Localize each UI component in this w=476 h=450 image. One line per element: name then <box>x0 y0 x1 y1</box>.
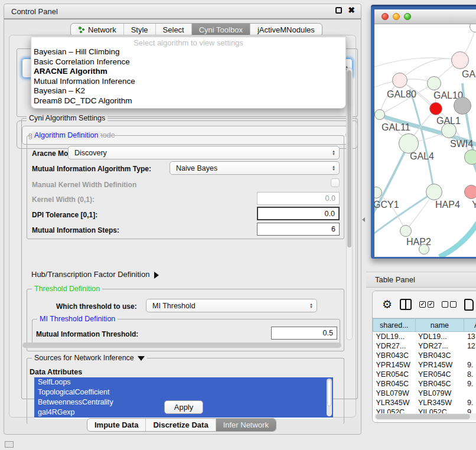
network-node-swi4[interactable] <box>464 149 476 165</box>
panel-divider-arrow[interactable] <box>362 217 365 222</box>
network-view-window: GALGAL80GAL10GAL1GAL11GAL4SWI4GCY1HAP4YH… <box>371 5 476 259</box>
float-icon[interactable] <box>335 7 342 14</box>
mi-steps-label: Mutual Information Steps: <box>32 226 119 234</box>
network-node-gal10[interactable] <box>427 76 441 90</box>
data-attribute-item[interactable]: TopologicalCoefficient <box>34 387 333 397</box>
table-row[interactable]: YER054CYER054C8. <box>373 370 476 379</box>
network-node-gal[interactable] <box>451 51 469 69</box>
network-node-label: SWI4 <box>450 139 473 149</box>
tab-cyni-toolbox[interactable]: Cyni Toolbox <box>192 24 250 36</box>
close-traffic-light-icon[interactable] <box>382 13 389 20</box>
screenshot-stage: Control Panel ✖ Network Style Select Cyn… <box>0 0 476 450</box>
collapsed-panel-icon[interactable] <box>5 441 14 448</box>
table-toolbar: ⚙ ✓✓ <box>373 291 476 318</box>
network-node[interactable] <box>454 97 471 115</box>
tab-discretize-data[interactable]: Discretize Data <box>146 419 216 431</box>
attr-list-scrollbar[interactable] <box>327 379 332 416</box>
algorithm-dropdown: Select algorithm to view settings Bayesi… <box>31 37 346 109</box>
tab-jactivemnodules[interactable]: jActiveMNodules <box>250 24 322 36</box>
deselect-all-icon[interactable] <box>442 301 457 308</box>
stepper-arrows-icon: ▲▼ <box>332 150 335 156</box>
table-row[interactable]: YBR045CYBR045C9. <box>373 379 476 389</box>
which-threshold-combobox[interactable]: MI Threshold ▲▼ <box>146 299 317 312</box>
mi-threshold-label: Mutual Information Threshold: <box>36 330 138 338</box>
mi-type-combobox[interactable]: Naive Bayes ▲▼ <box>169 161 340 175</box>
network-node[interactable] <box>429 102 442 115</box>
table-row[interactable]: YBR043CYBR043C <box>373 351 476 360</box>
table-hscrollbar[interactable] <box>374 413 476 420</box>
settings-hscrollbar[interactable] <box>22 343 341 348</box>
network-node-label: Y <box>472 200 476 210</box>
tab-style[interactable]: Style <box>124 24 156 36</box>
table-row[interactable]: YPR145WYPR145W9. <box>373 360 476 370</box>
tab-impute-data[interactable]: Impute Data <box>87 419 146 431</box>
sources-group: Sources for Network Inference Data Attri… <box>27 358 344 424</box>
expander-right-icon <box>154 272 159 279</box>
algorithm-option[interactable]: Bayesian – K2 <box>31 86 345 96</box>
table-column-header[interactable]: shared... <box>373 319 416 332</box>
algorithm-definition-title: Algorithm Definition <box>32 131 100 139</box>
tab-network[interactable]: Network <box>71 24 124 36</box>
table-row[interactable]: YDR27...YDR27...12 <box>373 341 476 351</box>
close-icon[interactable]: ✖ <box>348 7 355 14</box>
table-cell: YLR345W <box>373 398 416 407</box>
algorithm-option[interactable]: Bayesian – Hill Climbing <box>31 47 345 57</box>
table-column-header[interactable]: name <box>415 319 464 332</box>
table-row[interactable]: YBL079WYBL079W <box>373 389 476 398</box>
stepper-arrows-icon: ▲▼ <box>332 165 335 171</box>
node-table[interactable]: shared...nameA YDL19...YDL19...13YDR27..… <box>373 318 476 417</box>
network-icon <box>78 26 86 34</box>
network-node-hap2[interactable] <box>400 225 412 237</box>
gear-icon[interactable]: ⚙ <box>382 298 392 311</box>
manual-kernel-label: Manual Kernel Width Definition <box>32 181 136 189</box>
table-cell: YBR045C <box>373 379 416 389</box>
manual-kernel-checkbox[interactable] <box>331 178 340 187</box>
hub-tf-expander[interactable]: Hub/Transcription Factor Definition <box>31 270 159 279</box>
table-cell: YBR043C <box>373 351 416 360</box>
network-node-label: HAP4 <box>435 200 460 210</box>
network-node-label: GAL80 <box>387 89 416 100</box>
apply-button[interactable]: Apply <box>164 400 203 414</box>
kernel-width-label: Kernel Width (0,1): <box>32 195 94 204</box>
tab-select[interactable]: Select <box>156 24 192 36</box>
network-node[interactable] <box>419 244 429 255</box>
algorithm-option[interactable]: ARACNE Algorithm <box>31 67 345 77</box>
dpi-tolerance-field[interactable]: 0.0 <box>257 207 340 220</box>
table-cell: YDR27... <box>415 341 464 351</box>
table-cell: YLR345W <box>415 398 464 407</box>
columns-icon[interactable] <box>400 299 412 310</box>
threshold-definition-title: Threshold Definition <box>32 285 102 293</box>
zoom-traffic-light-icon[interactable] <box>404 13 411 20</box>
network-canvas[interactable]: GALGAL80GAL10GAL1GAL11GAL4SWI4GCY1HAP4YH… <box>374 24 476 257</box>
aracne-mode-combobox[interactable]: Discovery ▲▼ <box>68 146 340 159</box>
settings-vscrollbar[interactable] <box>346 67 353 340</box>
export-table-icon[interactable] <box>464 299 474 311</box>
network-node-gal11[interactable] <box>374 109 385 120</box>
mi-threshold-field[interactable]: 0.5 <box>271 327 337 340</box>
table-row[interactable]: YDL19...YDL19...13 <box>373 332 476 341</box>
network-node-gal4[interactable] <box>399 133 419 154</box>
kernel-width-field[interactable]: 0.0 <box>257 192 340 205</box>
algorithm-option[interactable]: Mutual Information Inference <box>31 77 345 87</box>
table-column-header[interactable]: A <box>464 319 476 332</box>
table-row[interactable]: YLR345WYLR345W9. <box>373 398 476 407</box>
table-cell: 13 <box>464 332 476 341</box>
table-cell: 9. <box>464 398 476 407</box>
tab-label: Cyni Toolbox <box>199 25 243 34</box>
sources-title[interactable]: Sources for Network Inference <box>32 354 147 362</box>
network-node-hap4[interactable] <box>426 184 442 200</box>
mi-steps-field[interactable]: 6 <box>257 223 340 236</box>
select-all-icon[interactable]: ✓✓ <box>419 301 434 308</box>
algorithm-option[interactable]: Dream8 DC_TDC Algorithm <box>31 96 345 106</box>
data-attribute-item[interactable]: SelfLoops <box>34 377 333 387</box>
tab-label: Style <box>131 25 148 34</box>
tab-infer-network[interactable]: Infer Network <box>216 419 276 431</box>
algorithm-option[interactable]: Basic Correlation Inference <box>31 57 345 67</box>
aracne-mode-value: Discovery <box>74 149 107 157</box>
table-cell: YDL19... <box>373 332 416 341</box>
sources-title-label: Sources for Network Inference <box>34 354 134 362</box>
network-node-gal80[interactable] <box>392 73 407 88</box>
network-node-y[interactable] <box>464 185 476 199</box>
settings-group-title: Cyni Algorithm Settings <box>27 114 107 122</box>
minimize-traffic-light-icon[interactable] <box>393 13 400 20</box>
